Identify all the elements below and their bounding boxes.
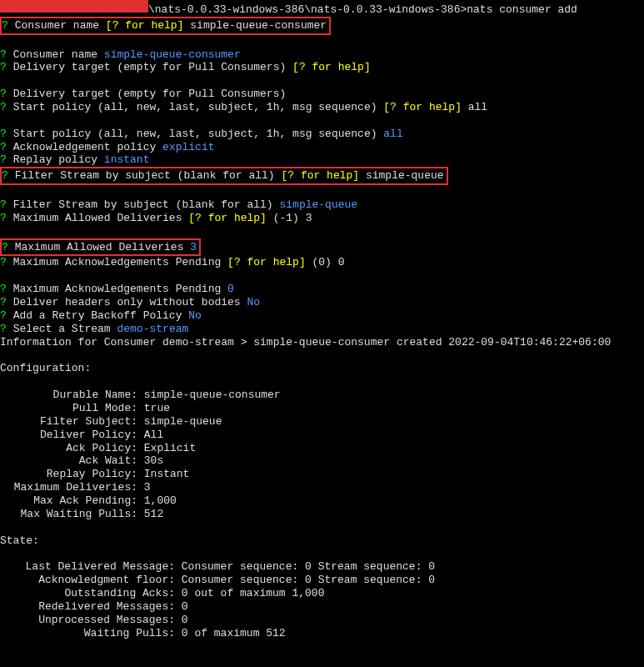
cfg-ack-wait: Ack Wait: 30s xyxy=(0,454,644,468)
max-deliveries-label: Maximum Allowed Deliveries xyxy=(15,241,184,253)
max-deliveries-confirm-line: ? Maximum Allowed Deliveries 3 xyxy=(0,238,644,257)
command-text: nats consumer add xyxy=(467,3,577,16)
cfg-max-deliveries: Maximum Deliveries: 3 xyxy=(0,481,644,494)
state-ack-floor: Acknowledgment floor: Consumer sequence:… xyxy=(0,574,644,587)
info-line: Information for Consumer demo-stream > s… xyxy=(0,336,644,349)
filter-stream-label: Filter Stream by subject (blank for all) xyxy=(15,169,275,182)
state-unprocessed: Unprocessed Messages: 0 xyxy=(0,614,644,627)
state-header: State: xyxy=(0,534,644,548)
cfg-ack-policy: Ack Policy: Explicit xyxy=(0,442,644,455)
consumer-name-label: Consumer name xyxy=(15,19,99,32)
state-outstanding: Outstanding Acks: 0 out of maximum 1,000 xyxy=(0,587,644,600)
cfg-replay-policy: Replay Policy: Instant xyxy=(0,468,644,481)
consumer-name-input-line[interactable]: ? Consumer name [? for help] simple-queu… xyxy=(0,17,644,35)
prompt-marker: ? xyxy=(2,19,8,32)
max-deliveries-prompt[interactable]: ? Maximum Allowed Deliveries [? for help… xyxy=(0,212,644,225)
replay-policy-confirm: ? Replay policy instant xyxy=(0,153,644,167)
max-ack-pending-prompt[interactable]: ? Maximum Acknowledgements Pending [? fo… xyxy=(0,256,644,269)
max-deliveries-value: 3 xyxy=(190,241,197,253)
filter-stream-confirm: ? Filter Stream by subject (blank for al… xyxy=(0,198,644,212)
ack-policy-confirm: ? Acknowledgement policy explicit xyxy=(0,141,644,154)
filter-stream-value: simple-queue xyxy=(366,169,444,182)
state-redelivered: Redelivered Messages: 0 xyxy=(0,600,644,614)
headers-only-confirm: ? Deliver headers only without bodies No xyxy=(0,296,644,309)
help-hint: [? for help] xyxy=(106,19,184,32)
state-waiting-pulls: Waiting Pulls: 0 of maximum 512 xyxy=(0,627,644,640)
command-line[interactable]: \nats-0.0.33-windows-386\nats-0.0.33-win… xyxy=(0,0,644,17)
config-header: Configuration: xyxy=(0,362,644,375)
redaction-block xyxy=(0,0,148,13)
cfg-max-waiting: Max Waiting Pulls: 512 xyxy=(0,508,644,521)
cfg-filter-subject: Filter Subject: simple-queue xyxy=(0,415,644,429)
delivery-target-confirm: ? Delivery target (empty for Pull Consum… xyxy=(0,88,644,101)
cfg-max-ack-pending: Max Ack Pending: 1,000 xyxy=(0,494,644,508)
delivery-target-prompt[interactable]: ? Delivery target (empty for Pull Consum… xyxy=(0,61,644,74)
cfg-durable-name: Durable Name: simple-queue-consumer xyxy=(0,389,644,402)
cfg-pull-mode: Pull Mode: true xyxy=(0,402,644,415)
retry-backoff-confirm: ? Add a Retry Backoff Policy No xyxy=(0,309,644,323)
max-ack-pending-confirm: ? Maximum Acknowledgements Pending 0 xyxy=(0,283,644,296)
filter-stream-input-line[interactable]: ? Filter Stream by subject (blank for al… xyxy=(0,167,644,185)
cfg-deliver-policy: Deliver Policy: All xyxy=(0,429,644,442)
start-policy-prompt[interactable]: ? Start policy (all, new, last, subject,… xyxy=(0,101,644,114)
state-last-delivered: Last Delivered Message: Consumer sequenc… xyxy=(0,560,644,574)
consumer-name-value: simple-queue-consumer xyxy=(190,19,327,32)
start-policy-confirm: ? Start policy (all, new, last, subject,… xyxy=(0,128,644,141)
select-stream-confirm: ? Select a Stream demo-stream xyxy=(0,323,644,336)
prompt-path: \nats-0.0.33-windows-386\nats-0.0.33-win… xyxy=(148,3,467,16)
consumer-name-confirm: ? Consumer name simple-queue-consumer xyxy=(0,48,644,62)
